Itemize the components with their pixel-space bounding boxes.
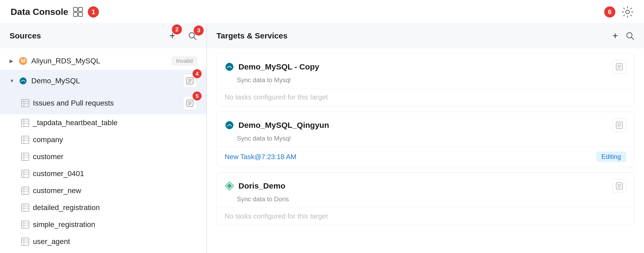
target-card-left-2: Demo_MySQL_Qingyun [225, 120, 329, 130]
tree-item-simple-reg[interactable]: simple_registration [0, 216, 206, 233]
target-card-header-2: Demo_MySQL_Qingyun [217, 112, 634, 135]
svg-rect-45 [21, 221, 29, 228]
task-name-1[interactable]: New Task@7:23:18 AM [225, 153, 296, 161]
table-icon-customer [21, 153, 29, 161]
target-icon-2 [225, 120, 234, 130]
no-tasks-1: No tasks configured for this target [217, 88, 634, 106]
svg-rect-21 [21, 119, 29, 127]
demo-mysql-label: Demo_MySQL [31, 77, 179, 85]
badge-5: 5 [193, 91, 202, 101]
header-left: Data Console 1 [11, 6, 99, 18]
tree-item-company[interactable]: company [0, 131, 206, 148]
table-icon-heartbeat [21, 119, 29, 127]
table-icon-company [21, 136, 29, 144]
target-card-left-3: Doris_Demo [225, 181, 285, 191]
target-desc-3: Sync data to Doris [217, 195, 634, 207]
target-name-3: Doris_Demo [238, 181, 285, 190]
issues-label: Issues and Pull requests [33, 99, 179, 107]
customer-new-label: customer_new [33, 186, 197, 195]
target-card-header-3: Doris_Demo [217, 173, 634, 195]
svg-rect-1 [79, 7, 82, 11]
company-label: company [33, 136, 197, 144]
target-card-doris-demo: Doris_Demo Sync data to Doris No tasks c… [216, 172, 634, 225]
target-action-btn-1[interactable] [612, 60, 626, 74]
tree-item-customer[interactable]: customer [0, 148, 206, 165]
svg-rect-41 [21, 204, 29, 211]
layout-icon-button[interactable] [73, 7, 83, 17]
svg-rect-33 [21, 170, 29, 177]
svg-rect-29 [21, 153, 29, 160]
sources-panel: Sources + 2 3 [0, 24, 207, 253]
svg-rect-49 [21, 238, 29, 245]
customer-label: customer [33, 152, 197, 161]
target-icon-1 [225, 62, 234, 72]
customer-0401-label: customer_0401 [33, 169, 197, 178]
sources-panel-header: Sources + 2 3 [0, 24, 206, 48]
tree-item-issues[interactable]: Issues and Pull requests 5 [0, 92, 206, 114]
tree-item-demo-mysql[interactable]: ▼ Demo_MySQL [0, 70, 206, 92]
targets-add-button[interactable]: + [612, 30, 618, 41]
table-icon-simple-reg [21, 221, 29, 229]
task-row-1: New Task@7:23:18 AM Editing [217, 147, 634, 167]
targets-actions: + [612, 30, 634, 41]
svg-line-54 [631, 37, 634, 40]
target-card-demo-mysql-copy: Demo_MySQL - Copy Sync data to Mysql No … [216, 53, 634, 106]
tree-item-user-agent[interactable]: user_agent [0, 233, 206, 250]
targets-panel: Targets & Services + [207, 24, 644, 253]
svg-point-4 [626, 10, 629, 14]
svg-rect-0 [73, 7, 77, 11]
no-tasks-3: No tasks configured for this target [217, 207, 634, 225]
tree-item-customer-new[interactable]: customer_new [0, 182, 206, 199]
app-title: Data Console [11, 7, 68, 17]
target-tasks-3: No tasks configured for this target [217, 207, 634, 225]
table-icon-customer-0401 [21, 170, 29, 178]
simple-reg-label: simple_registration [33, 220, 197, 229]
svg-line-6 [194, 37, 196, 40]
badge-1: 1 [88, 6, 99, 18]
target-icon-3 [225, 181, 234, 191]
db-icon-demo-mysql [19, 76, 28, 85]
svg-rect-25 [21, 136, 29, 143]
source-tree: ▶ M Aliyun_RDS_MySQL Invalid ▼ Dem [0, 48, 206, 253]
targets-title: Targets & Services [216, 31, 288, 40]
target-desc-1: Sync data to Mysql [217, 76, 634, 88]
svg-rect-2 [73, 12, 77, 16]
top-header: Data Console 1 6 [0, 0, 644, 24]
table-icon-issues [21, 99, 29, 107]
svg-rect-37 [21, 187, 29, 194]
targets-list: Demo_MySQL - Copy Sync data to Mysql No … [207, 48, 644, 253]
badge-3: 3 [194, 25, 204, 36]
header-right: 6 [604, 6, 633, 18]
svg-rect-3 [79, 12, 82, 16]
target-card-demo-mysql-qingyun: Demo_MySQL_Qingyun Sync data to Mysql [216, 112, 634, 167]
badge-2: 2 [172, 24, 182, 34]
invalid-badge-aliyun: Invalid [172, 57, 197, 65]
heartbeat-label: _tapdata_heartbeat_table [33, 119, 197, 127]
sources-actions: + 2 3 [169, 30, 197, 41]
target-desc-2: Sync data to Mysql [217, 135, 634, 146]
table-icon-customer-new [21, 187, 29, 195]
targets-search-button[interactable] [625, 31, 634, 40]
settings-icon[interactable] [622, 6, 633, 18]
target-action-btn-3[interactable] [612, 179, 626, 193]
tree-item-customer-0401[interactable]: customer_0401 [0, 165, 206, 182]
aliyun-label: Aliyun_RDS_MySQL [31, 57, 168, 65]
target-name-1: Demo_MySQL - Copy [238, 62, 319, 71]
badge-4: 4 [193, 69, 202, 78]
db-icon-aliyun: M [19, 56, 28, 66]
targets-panel-header: Targets & Services + [207, 24, 644, 48]
tree-item-heartbeat[interactable]: _tapdata_heartbeat_table [0, 114, 206, 131]
target-tasks-1: No tasks configured for this target [217, 88, 634, 106]
target-card-left-1: Demo_MySQL - Copy [225, 62, 319, 72]
table-icon-user-agent [21, 238, 29, 246]
target-card-header-1: Demo_MySQL - Copy [217, 54, 634, 76]
tree-item-detailed-reg[interactable]: detailed_registration [0, 199, 206, 216]
arrow-aliyun: ▶ [10, 58, 15, 64]
svg-rect-13 [21, 99, 29, 107]
badge-6: 6 [604, 6, 615, 18]
table-icon-detailed-reg [21, 204, 29, 212]
user-agent-label: user_agent [33, 237, 197, 246]
target-action-btn-2[interactable] [612, 118, 626, 132]
tree-item-aliyun[interactable]: ▶ M Aliyun_RDS_MySQL Invalid [0, 52, 206, 70]
detailed-reg-label: detailed_registration [33, 203, 197, 212]
